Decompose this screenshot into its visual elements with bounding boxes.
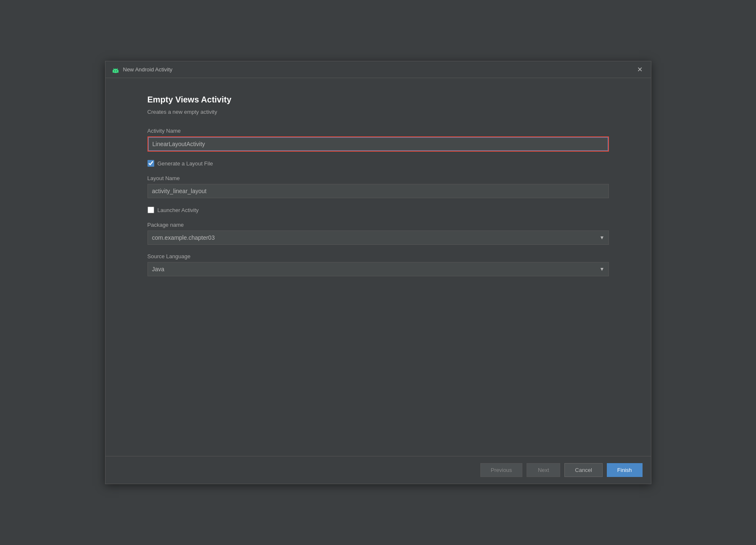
title-bar-left: New Android Activity <box>111 66 173 74</box>
generate-layout-group: Generate a Layout File <box>148 160 609 167</box>
package-name-select-wrapper: com.example.chapter03 ▼ <box>148 231 609 245</box>
launcher-activity-group: Launcher Activity <box>148 207 609 213</box>
previous-button[interactable]: Previous <box>480 463 523 477</box>
layout-name-input[interactable] <box>148 184 609 198</box>
finish-button[interactable]: Finish <box>607 463 643 477</box>
section-title: Empty Views Activity <box>148 95 609 105</box>
package-name-group: Package name com.example.chapter03 ▼ <box>148 222 609 245</box>
activity-name-group: Activity Name <box>148 128 609 152</box>
source-language-select[interactable]: Java Kotlin <box>148 262 609 276</box>
cancel-button[interactable]: Cancel <box>564 463 602 477</box>
activity-name-label: Activity Name <box>148 128 609 134</box>
source-language-label: Source Language <box>148 253 609 259</box>
dialog-footer: Previous Next Cancel Finish <box>105 456 651 484</box>
svg-point-2 <box>114 71 115 71</box>
activity-name-wrapper <box>148 136 609 152</box>
package-name-select[interactable]: com.example.chapter03 <box>148 231 609 245</box>
launcher-activity-label[interactable]: Launcher Activity <box>158 207 199 213</box>
new-android-activity-dialog: New Android Activity ✕ Empty Views Activ… <box>105 61 651 484</box>
dialog-content: Empty Views Activity Creates a new empty… <box>105 78 651 456</box>
layout-name-group: Layout Name <box>148 175 609 198</box>
source-language-group: Source Language Java Kotlin ▼ <box>148 253 609 276</box>
source-language-select-wrapper: Java Kotlin ▼ <box>148 262 609 276</box>
svg-rect-1 <box>113 70 119 73</box>
package-name-label: Package name <box>148 222 609 228</box>
next-button[interactable]: Next <box>527 463 560 477</box>
title-bar: New Android Activity ✕ <box>105 61 651 78</box>
layout-name-label: Layout Name <box>148 175 609 181</box>
generate-layout-checkbox[interactable] <box>148 160 154 167</box>
svg-point-6 <box>113 68 114 69</box>
launcher-activity-checkbox[interactable] <box>148 207 154 213</box>
generate-layout-label[interactable]: Generate a Layout File <box>158 160 213 167</box>
dialog-title: New Android Activity <box>123 66 173 73</box>
close-button[interactable]: ✕ <box>635 66 645 74</box>
android-icon <box>111 66 120 74</box>
svg-point-3 <box>116 71 117 71</box>
svg-point-7 <box>117 68 118 69</box>
section-subtitle: Creates a new empty activity <box>148 109 609 115</box>
activity-name-input[interactable] <box>148 137 608 151</box>
